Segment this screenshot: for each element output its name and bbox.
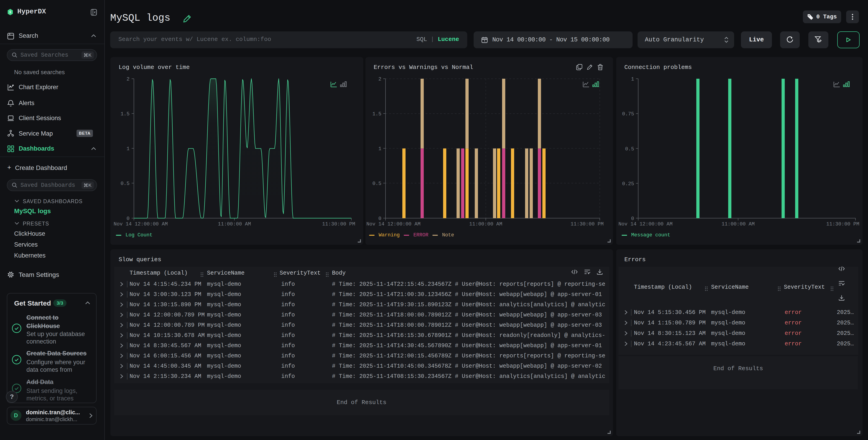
svg-text:Nov 14 12:00:00 AM: Nov 14 12:00:00 AM bbox=[366, 222, 421, 227]
svg-text:0.75: 0.75 bbox=[622, 111, 634, 117]
svg-text:2: 2 bbox=[127, 76, 130, 82]
svg-text:Nov 14 12:00:00 AM: Nov 14 12:00:00 AM bbox=[114, 222, 168, 227]
svg-text:11:30:00 PM: 11:30:00 PM bbox=[570, 222, 603, 227]
svg-text:11:00:00 AM: 11:00:00 AM bbox=[218, 222, 251, 227]
svg-text:11:30:00 PM: 11:30:00 PM bbox=[826, 222, 859, 227]
svg-text:11:00:00 AM: 11:00:00 AM bbox=[721, 222, 754, 227]
svg-text:0.5: 0.5 bbox=[625, 146, 634, 152]
svg-text:0.25: 0.25 bbox=[622, 181, 634, 187]
svg-text:Nov 14 12:00:00 AM: Nov 14 12:00:00 AM bbox=[618, 222, 673, 227]
svg-text:0: 0 bbox=[631, 216, 634, 222]
svg-text:0: 0 bbox=[127, 216, 130, 222]
svg-text:11:00:00 AM: 11:00:00 AM bbox=[469, 222, 502, 227]
svg-text:1: 1 bbox=[631, 76, 634, 82]
svg-text:0: 0 bbox=[378, 216, 381, 222]
svg-text:0.5: 0.5 bbox=[120, 181, 130, 187]
svg-text:1.5: 1.5 bbox=[372, 111, 381, 117]
svg-text:1: 1 bbox=[127, 146, 130, 152]
svg-text:1: 1 bbox=[378, 146, 381, 152]
svg-text:11:30:00 PM: 11:30:00 PM bbox=[322, 222, 355, 227]
svg-text:0.5: 0.5 bbox=[372, 181, 381, 187]
svg-text:2: 2 bbox=[378, 76, 381, 82]
svg-text:1.5: 1.5 bbox=[120, 111, 130, 117]
